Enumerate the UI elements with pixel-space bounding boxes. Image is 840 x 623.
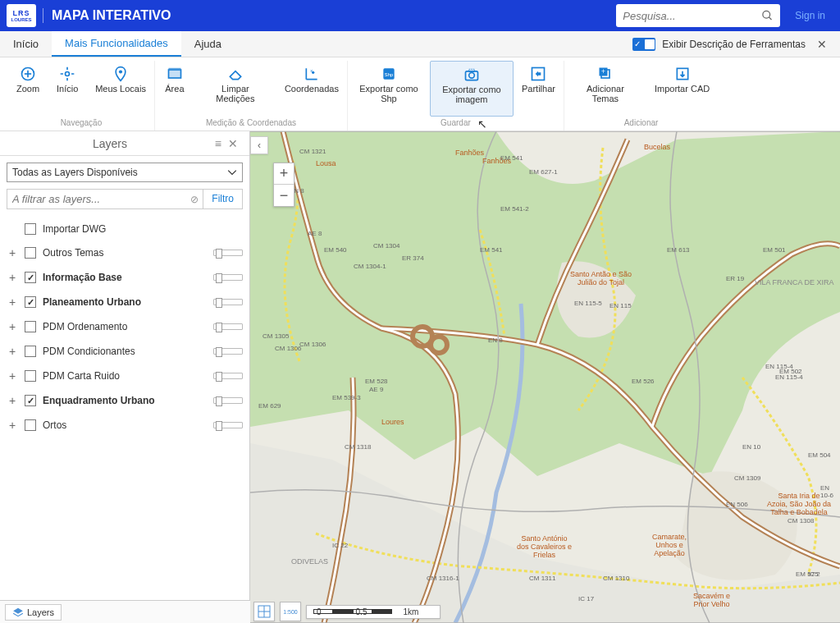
layer-item: +PDM Condicionantes bbox=[3, 339, 246, 364]
layer-name[interactable]: PDM Ordenamento bbox=[43, 321, 207, 332]
filter-input[interactable] bbox=[7, 190, 186, 208]
opacity-slider[interactable] bbox=[213, 348, 243, 355]
menu-inicio[interactable]: Início bbox=[0, 31, 52, 57]
layer-checkbox[interactable] bbox=[25, 370, 36, 382]
ribbon-label: Partilhar bbox=[522, 84, 555, 94]
search-input[interactable] bbox=[623, 10, 761, 22]
ribbon-adicionar-temas[interactable]: +Adicionar Temas bbox=[564, 61, 646, 117]
layer-checkbox[interactable] bbox=[25, 296, 36, 308]
opacity-slider[interactable] bbox=[213, 397, 243, 404]
ribbon-início[interactable]: Início bbox=[48, 61, 87, 117]
expand-icon[interactable]: + bbox=[7, 295, 18, 309]
ribbon-importar-cad[interactable]: Importar CAD bbox=[646, 61, 718, 117]
coord-grid-button[interactable] bbox=[253, 602, 275, 621]
layers-icon bbox=[12, 607, 24, 618]
ribbon-toolbar: ZoomInícioMeus LocaisNavegaçãoÁreaLimpar… bbox=[0, 57, 840, 131]
layer-item: Importar DWG bbox=[3, 218, 246, 240]
ribbon-exportar-como-shp[interactable]: ShpExportar como Shp bbox=[348, 61, 430, 117]
scale-mid: 0.5 bbox=[356, 607, 368, 616]
clear-filter-icon[interactable]: ⊘ bbox=[186, 190, 203, 208]
layer-item: +PDM Ordenamento bbox=[3, 314, 246, 339]
layer-name[interactable]: Importar DWG bbox=[43, 223, 243, 235]
ribbon-label: Importar CAD bbox=[655, 84, 710, 94]
ribbon-group-name: Medição & Coordenadas bbox=[206, 117, 296, 131]
signin-link[interactable]: Sign in bbox=[787, 10, 833, 21]
layer-item: +Planeamento Urbano bbox=[3, 290, 246, 314]
ribbon-group: ShpExportar como ShpExportar como imagem… bbox=[348, 61, 564, 131]
logo-text-bot: LOURES bbox=[11, 17, 31, 22]
zoom-out-button[interactable]: − bbox=[274, 185, 294, 206]
svg-point-0 bbox=[763, 11, 770, 18]
layers-dropdown[interactable]: Todas as Layers Disponíveis bbox=[7, 163, 243, 182]
layer-checkbox[interactable] bbox=[25, 272, 36, 283]
layer-checkbox[interactable] bbox=[25, 395, 36, 406]
expand-icon[interactable]: + bbox=[7, 271, 18, 284]
layer-item: +Ortos bbox=[3, 413, 246, 437]
search-box[interactable] bbox=[616, 4, 780, 27]
add-layer-icon: + bbox=[597, 66, 614, 82]
ribbon-label: Exportar como Shp bbox=[356, 84, 422, 103]
opacity-slider[interactable] bbox=[213, 422, 243, 428]
logo-text-top: LRS bbox=[13, 9, 30, 17]
ribbon-label: Adicionar Temas bbox=[573, 84, 638, 103]
layer-checkbox[interactable] bbox=[25, 321, 36, 332]
layer-name[interactable]: Planeamento Urbano bbox=[43, 296, 207, 308]
opacity-slider[interactable] bbox=[213, 274, 243, 281]
collapse-panel-button[interactable]: ‹ bbox=[250, 136, 268, 154]
ribbon-exportar-como-imagem[interactable]: Exportar como imagem bbox=[430, 61, 514, 117]
ribbon-partilhar[interactable]: Partilhar bbox=[514, 61, 564, 117]
ribbon-label: Zoom bbox=[16, 84, 39, 94]
expand-icon[interactable]: + bbox=[7, 246, 18, 259]
toggle-tool-descriptions[interactable]: Exibir Descrição de Ferramentas ✕ bbox=[624, 31, 840, 57]
filter-button[interactable]: Filtro bbox=[203, 190, 242, 208]
menu-ajuda[interactable]: Ajuda bbox=[181, 31, 235, 57]
ribbon-área[interactable]: Área bbox=[155, 61, 194, 117]
filter-row: ⊘ Filtro bbox=[7, 189, 243, 209]
layer-name[interactable]: Ortos bbox=[43, 419, 207, 431]
share-icon bbox=[530, 66, 546, 82]
layer-name[interactable]: Enquadramento Urbano bbox=[43, 395, 207, 406]
opacity-slider[interactable] bbox=[213, 373, 243, 379]
scalebar: 0 0.5 1km bbox=[306, 605, 441, 619]
expand-icon[interactable]: + bbox=[7, 320, 18, 333]
layer-name[interactable]: PDM Condicionantes bbox=[43, 346, 207, 357]
expand-icon[interactable]: + bbox=[7, 345, 18, 358]
target-icon bbox=[59, 66, 75, 82]
ribbon-group: +Adicionar TemasImportar CADAdicionar bbox=[564, 61, 718, 131]
layer-checkbox[interactable] bbox=[25, 247, 36, 259]
map-viewport[interactable]: LousaFanhõesFanhõesBucelasSanto Antão e … bbox=[250, 131, 840, 623]
layer-checkbox[interactable] bbox=[25, 346, 36, 357]
scale-0: 0 bbox=[317, 607, 322, 616]
ribbon-group-name: Guardar bbox=[441, 117, 471, 131]
tab-layers[interactable]: Layers bbox=[5, 604, 62, 621]
layer-name[interactable]: Outros Temas bbox=[43, 247, 207, 259]
ribbon-group-name: Adicionar bbox=[624, 117, 659, 131]
scale-text-button[interactable]: 1:500 bbox=[280, 602, 301, 621]
panel-menu-icon[interactable]: ≡ bbox=[212, 137, 225, 150]
svg-point-6 bbox=[119, 70, 122, 73]
ribbon-limpar-medições[interactable]: Limpar Medições bbox=[194, 61, 276, 117]
close-toggle-icon[interactable]: ✕ bbox=[812, 38, 832, 51]
panel-close-icon[interactable]: ✕ bbox=[225, 137, 241, 150]
ribbon-group: ÁreaLimpar MediçõesxCoordenadasMedição &… bbox=[155, 61, 348, 131]
zoom-controls: + − bbox=[273, 163, 294, 207]
layer-item: +Informação Base bbox=[3, 265, 246, 290]
side-tabs: Layers bbox=[0, 600, 250, 623]
expand-icon[interactable]: + bbox=[7, 394, 18, 407]
ribbon-zoom[interactable]: Zoom bbox=[8, 61, 48, 117]
layer-name[interactable]: PDM Carta Ruido bbox=[43, 370, 207, 382]
opacity-slider[interactable] bbox=[213, 323, 243, 330]
menu-mais-funcionalidades[interactable]: Mais Funcionalidades bbox=[52, 31, 181, 57]
svg-rect-7 bbox=[168, 70, 180, 78]
expand-icon[interactable]: + bbox=[7, 419, 18, 432]
expand-icon[interactable]: + bbox=[7, 369, 18, 383]
ribbon-meus-locais[interactable]: Meus Locais bbox=[87, 61, 154, 117]
layer-item: +Enquadramento Urbano bbox=[3, 388, 246, 413]
layer-name[interactable]: Informação Base bbox=[43, 272, 207, 283]
layer-checkbox[interactable] bbox=[25, 419, 36, 431]
layer-checkbox[interactable] bbox=[25, 223, 36, 235]
zoom-in-button[interactable]: + bbox=[274, 163, 294, 185]
opacity-slider[interactable] bbox=[213, 250, 243, 256]
opacity-slider[interactable] bbox=[213, 299, 243, 305]
ribbon-coordenadas[interactable]: xCoordenadas bbox=[276, 61, 347, 117]
